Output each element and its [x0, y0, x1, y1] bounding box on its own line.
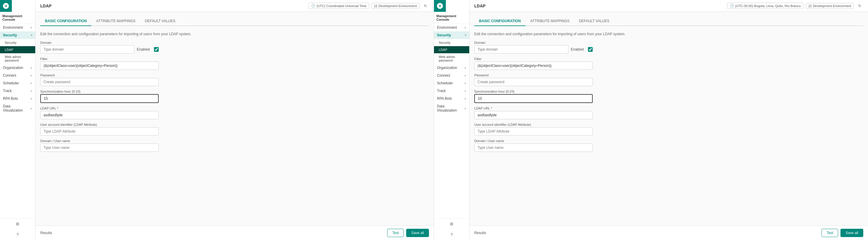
chevron-icon: ▸ [465, 97, 466, 100]
tab-attribute-mappings-right[interactable]: ATTRIBUTE MAPPINGS [525, 16, 574, 26]
left-domainuser-input[interactable] [40, 143, 159, 152]
right-enabled-label: Enabled [571, 47, 584, 52]
right-saveall-button[interactable]: Save all [840, 229, 863, 237]
left-domain-label: Domain [40, 41, 134, 44]
right-footer: Results Test Save all [469, 226, 868, 240]
left-env-label: Development Environment [378, 4, 417, 8]
right-domainuser-input[interactable] [474, 143, 593, 152]
code-icon: {/} [374, 4, 377, 8]
left-app-name: Management Console [2, 14, 33, 21]
left-page-title: LDAP [40, 4, 52, 8]
right-test-button[interactable]: Test [822, 229, 838, 237]
sidebar-item-scheduler-right[interactable]: Scheduler ▸ [434, 79, 469, 87]
sidebar-item-environment-left[interactable]: Environment ▸ [0, 24, 35, 31]
sidebar-item-scheduler-left[interactable]: Scheduler ▸ [0, 79, 35, 87]
left-description: Edit the connection and configuration pa… [40, 32, 429, 36]
sidebar-item-organization-right[interactable]: Organization ▸ [434, 64, 469, 72]
left-password-label: Password [40, 73, 159, 77]
tab-basic-config-right[interactable]: BASIC CONFIGURATION [474, 16, 525, 26]
left-form: Domain Enabled Filter Password [40, 41, 159, 152]
left-timezone-label: (UTC) Coordinated Universal Time [316, 4, 367, 8]
left-test-button[interactable]: Test [387, 229, 404, 237]
chevron-icon: ▸ [31, 74, 32, 77]
tab-attribute-mappings-left[interactable]: ATTRIBUTE MAPPINGS [91, 16, 140, 26]
right-useraccount-label: User account identifier (LDAP Attribute) [474, 123, 593, 126]
left-tabs: BASIC CONFIGURATION ATTRIBUTE MAPPINGS D… [40, 16, 429, 26]
sidebar-item-webadmin-right[interactable]: Web admin password [434, 53, 469, 64]
chevron-icon: ▸ [465, 66, 466, 69]
right-timezone-selector[interactable]: 🕐 (UTC-05:00) Bogota, Lima, Quito, Rio B… [727, 3, 803, 9]
left-content-area: BASIC CONFIGURATION ATTRIBUTE MAPPINGS D… [35, 12, 434, 226]
sidebar-item-track-left[interactable]: Track ▸ [0, 87, 35, 95]
left-env-selector[interactable]: {/} Development Environment [372, 3, 420, 9]
right-enabled-checkbox[interactable] [588, 47, 593, 52]
left-domain-input[interactable] [40, 45, 134, 54]
right-refresh-button[interactable]: ↻ [856, 2, 863, 9]
code-icon: {/} [808, 4, 811, 8]
right-env-label: Development Environment [813, 4, 851, 8]
right-app-header: Management Console [434, 12, 469, 24]
sidebar-item-dataviz-left[interactable]: Data Visualization ▸ [0, 102, 35, 114]
settings-icon-right[interactable]: ⚙ [434, 219, 469, 229]
right-domain-label: Domain [474, 41, 568, 44]
sidebar-item-track-right[interactable]: Track ▸ [434, 87, 469, 95]
left-enabled-checkbox[interactable] [154, 47, 159, 52]
chevron-icon: ▸ [465, 107, 466, 110]
sidebar-item-webadmin-left[interactable]: Web admin password [0, 53, 35, 64]
sidebar-item-connect-left[interactable]: Connect ▸ [0, 72, 35, 79]
chevron-icon: ▸ [31, 97, 32, 100]
chevron-icon: ▸ [31, 107, 32, 110]
sidebar-item-ldap-left[interactable]: LDAP [0, 46, 35, 53]
left-domain-group: Domain [40, 41, 134, 54]
chevron-icon: ▸ [31, 90, 32, 92]
right-content-area: BASIC CONFIGURATION ATTRIBUTE MAPPINGS D… [469, 12, 868, 226]
left-password-input[interactable] [40, 78, 159, 86]
right-useraccount-input[interactable] [474, 127, 593, 136]
left-ldapurl-label: LDAP URL * [40, 106, 159, 110]
sidebar-item-organization-left[interactable]: Organization ▸ [0, 64, 35, 72]
sidebar-item-rpabots-right[interactable]: RPA Bots ▸ [434, 95, 469, 102]
right-logo [434, 0, 446, 12]
right-synchour-input[interactable] [474, 94, 593, 103]
right-results-label: Results [474, 231, 486, 235]
right-topbar-right: 🕐 (UTC-05:00) Bogota, Lima, Quito, Rio B… [727, 2, 863, 9]
left-useraccount-input[interactable] [40, 127, 159, 136]
help-icon-left[interactable]: ? [0, 229, 35, 240]
tab-default-values-right[interactable]: DEFAULT VALUES [574, 16, 614, 26]
tab-basic-config-left[interactable]: BASIC CONFIGURATION [40, 16, 91, 26]
sidebar-item-dataviz-right[interactable]: Data Visualization ▸ [434, 102, 469, 114]
sidebar-item-rpabots-left[interactable]: RPA Bots ▸ [0, 95, 35, 102]
right-domain-input[interactable] [474, 45, 568, 54]
sidebar-item-security-right[interactable]: Security ▾ [434, 31, 469, 39]
left-sidebar-menu: Environment ▸ Security ▾ Security LDAP W… [0, 24, 35, 114]
right-filter-group: Filter [474, 57, 593, 70]
left-ldapurl-group: LDAP URL * [40, 106, 159, 119]
right-ldapurl-input[interactable] [474, 111, 593, 119]
right-synchour-label: Synchronization hour (0-23) [474, 90, 593, 93]
help-icon-right[interactable]: ? [434, 229, 469, 240]
sidebar-item-environment-right[interactable]: Environment ▸ [434, 24, 469, 31]
right-main: LDAP 🕐 (UTC-05:00) Bogota, Lima, Quito, … [469, 0, 868, 240]
sidebar-item-security-sub-left[interactable]: Security [0, 39, 35, 46]
right-top-bar: LDAP 🕐 (UTC-05:00) Bogota, Lima, Quito, … [469, 0, 868, 12]
left-top-bar: LDAP 🕐 (UTC) Coordinated Universal Time … [35, 0, 434, 12]
left-main: LDAP 🕐 (UTC) Coordinated Universal Time … [35, 0, 434, 240]
left-refresh-button[interactable]: ↻ [422, 2, 429, 9]
sidebar-item-ldap-right[interactable]: LDAP [434, 46, 469, 53]
right-password-input[interactable] [474, 78, 593, 86]
right-filter-input[interactable] [474, 62, 593, 70]
left-domainuser-label: Domain / User name [40, 139, 159, 143]
sidebar-item-security-left[interactable]: Security ▾ [0, 31, 35, 39]
left-ldapurl-input[interactable] [40, 111, 159, 119]
sidebar-item-connect-right[interactable]: Connect ▸ [434, 72, 469, 79]
left-filter-input[interactable] [40, 62, 159, 70]
right-ldapurl-group: LDAP URL * [474, 106, 593, 119]
right-app-name: Management Console [436, 14, 467, 21]
right-env-selector[interactable]: {/} Development Environment [806, 3, 854, 9]
sidebar-item-security-sub-right[interactable]: Security [434, 39, 469, 46]
left-timezone-selector[interactable]: 🕐 (UTC) Coordinated Universal Time [308, 3, 369, 9]
settings-icon-left[interactable]: ⚙ [0, 219, 35, 229]
left-saveall-button[interactable]: Save all [406, 229, 429, 237]
left-synchour-input[interactable] [40, 94, 159, 103]
tab-default-values-left[interactable]: DEFAULT VALUES [140, 16, 180, 26]
